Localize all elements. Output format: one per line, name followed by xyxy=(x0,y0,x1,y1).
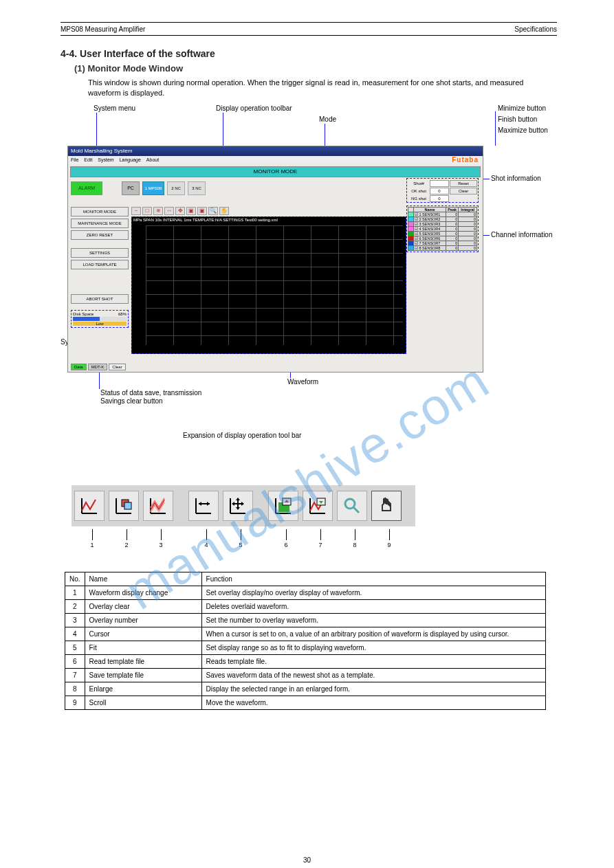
brand-logo: Futaba xyxy=(452,156,479,164)
sensor-row: ☑ 2 SENSOR200 xyxy=(408,216,477,221)
sensor-row: ☑ 3 SENSOR300 xyxy=(408,221,477,226)
ref-row: 6Read template fileReads template file. xyxy=(65,654,546,668)
wave-change-icon[interactable] xyxy=(74,491,105,521)
sensor-row: ☑ 6 SENSOR600 xyxy=(408,236,477,241)
ref-row: 4CursorWhen a cursor is set to on, a val… xyxy=(65,627,546,641)
running-head: MPS08 Measuring Amplifier Specifications xyxy=(61,25,557,33)
id-9: 9 xyxy=(370,542,408,548)
col-name: Name xyxy=(85,572,201,586)
overlay-number-icon[interactable]: ≋ xyxy=(153,207,163,215)
zoom-icon[interactable]: 🔍 xyxy=(208,207,218,215)
ref-row: 2Overlay clearDeletes overlaid waveform. xyxy=(65,599,546,613)
okshot-field: 0 xyxy=(430,188,449,194)
svg-line-17 xyxy=(353,507,359,513)
left-button-column: MONITOR MODE MAINTENANCE MODE ZERO RESET… xyxy=(71,207,129,328)
alarm-button[interactable]: ALARM xyxy=(71,181,102,195)
clear-button[interactable]: Clear xyxy=(450,188,477,194)
ngshot-label: NG shot xyxy=(408,195,429,202)
toolbar-ticks: 1 2 3 4 5 6 7 8 9 xyxy=(72,529,415,558)
svg-marker-7 xyxy=(236,498,240,500)
fit-icon[interactable] xyxy=(223,491,253,521)
zero-reset-button[interactable]: ZERO RESET xyxy=(71,230,129,240)
section-body: This window is shown during normal opera… xyxy=(88,78,557,99)
id-4: 4 xyxy=(187,542,226,548)
section-title: 4-4. User Interface of the software xyxy=(61,48,557,59)
maintenance-mode-button[interactable]: MAINTENANCE MODE xyxy=(71,219,129,228)
col-integral: Integral xyxy=(459,207,477,212)
shot-label: Shot# xyxy=(408,180,429,187)
save-template-icon[interactable]: ▣ xyxy=(197,207,207,215)
menu-item[interactable]: Edit xyxy=(84,157,92,162)
wave-change-icon[interactable]: ~ xyxy=(131,207,141,215)
titlebar: Mold Marshalling System xyxy=(68,146,483,156)
sensor-row: ☑ 8 SENSOR800 xyxy=(408,245,477,250)
disk-bar xyxy=(73,317,127,321)
subsection-title: (1) Monitor Mode Window xyxy=(74,63,557,74)
leader xyxy=(483,179,490,179)
ref-row: 7Save template fileSaves waveform data o… xyxy=(65,668,546,682)
label-status-b: Savings clear button xyxy=(100,397,163,405)
overlay-clear-icon[interactable] xyxy=(109,491,139,521)
label-maximize: Maximize button xyxy=(498,126,548,134)
scroll-icon[interactable]: ✋ xyxy=(219,207,229,215)
head-right: Specifications xyxy=(514,25,557,33)
menu-item[interactable]: File xyxy=(71,157,78,162)
overlay-clear-icon[interactable]: □ xyxy=(142,207,152,215)
svg-marker-10 xyxy=(241,502,244,506)
svg-point-16 xyxy=(345,499,355,509)
read-template-icon[interactable]: ▣ xyxy=(186,207,196,215)
sensor-row: ☑ 4 SENSOR400 xyxy=(408,226,477,231)
waveform-chart: MPa SPAN 10s INTERVAL 1ms TEMPLATE:N/A S… xyxy=(131,216,406,354)
id-8: 8 xyxy=(336,542,374,548)
leader xyxy=(99,372,100,389)
window-title: Mold Marshalling System xyxy=(71,148,132,154)
abort-shot-button[interactable]: ABORT SHOT xyxy=(71,294,129,304)
label-toolbar: Display operation toolbar xyxy=(216,104,292,112)
nc-slot[interactable]: 3 NC xyxy=(188,181,206,195)
read-template-icon[interactable] xyxy=(268,491,298,521)
id-6: 6 xyxy=(267,542,305,548)
leader xyxy=(495,111,496,146)
display-toolbar: ~ □ ≋ ↔ ✥ ▣ ▣ 🔍 ✋ xyxy=(131,207,229,215)
label-minimize: Minimize button xyxy=(498,104,546,112)
toolbar-note: Expansion of display operation tool bar xyxy=(183,432,301,439)
disk-label: Disk Space xyxy=(73,312,94,316)
labelled-screenshot: System menu Display operation toolbar Mo… xyxy=(61,104,557,476)
system-menu[interactable]: File Edit System Language About xyxy=(68,156,483,164)
zoom-icon[interactable] xyxy=(337,491,367,521)
pc-button[interactable]: PC xyxy=(122,181,140,195)
settings-button[interactable]: SETTINGS xyxy=(71,248,129,258)
ref-row: 5FitSet display range so as to fit to di… xyxy=(65,641,546,654)
rule-mid xyxy=(61,35,557,36)
label-waveform: Waveform xyxy=(287,378,318,386)
ref-row: 9ScrollMove the waveform. xyxy=(65,695,546,709)
label-shot-info: Shot information xyxy=(491,175,541,182)
menu-item[interactable]: Language xyxy=(120,157,141,162)
leader xyxy=(483,235,490,236)
menu-item[interactable]: System xyxy=(98,157,113,162)
menu-item[interactable]: About xyxy=(146,157,159,162)
sensor-row: ☑ 1 SENSOR100 xyxy=(408,212,477,216)
save-template-icon[interactable] xyxy=(303,491,333,521)
rule-top xyxy=(61,22,557,23)
cursor-icon[interactable] xyxy=(188,491,219,521)
mps08-button[interactable]: 1 MPS08 xyxy=(142,181,164,195)
monitor-mode-button[interactable]: MONITOR MODE xyxy=(71,207,129,216)
svg-marker-8 xyxy=(236,507,240,510)
label-channel-info: Channel information xyxy=(491,231,553,238)
cursor-icon[interactable]: ↔ xyxy=(164,207,174,215)
scroll-icon[interactable] xyxy=(371,491,402,521)
id-2: 2 xyxy=(107,542,146,548)
chart-info-strip: MPa SPAN 10s INTERVAL 1ms TEMPLATE:N/A S… xyxy=(132,217,406,223)
overlay-number-icon[interactable] xyxy=(143,491,173,521)
reset-button[interactable]: Reset xyxy=(450,180,477,187)
load-template-button[interactable]: LOAD TEMPLATE xyxy=(71,260,129,269)
nc-slot[interactable]: 2 NC xyxy=(167,181,185,195)
status-clear-button[interactable]: Clear xyxy=(109,364,125,370)
toolbar-reference-table: No. Name Function 1Waveform display chan… xyxy=(65,572,546,710)
page-number: 30 xyxy=(0,856,614,864)
svg-rect-1 xyxy=(124,502,131,509)
id-7: 7 xyxy=(301,542,340,548)
fit-icon[interactable]: ✥ xyxy=(175,207,185,215)
ref-row: 8EnlargeDisplay the selected range in an… xyxy=(65,682,546,695)
